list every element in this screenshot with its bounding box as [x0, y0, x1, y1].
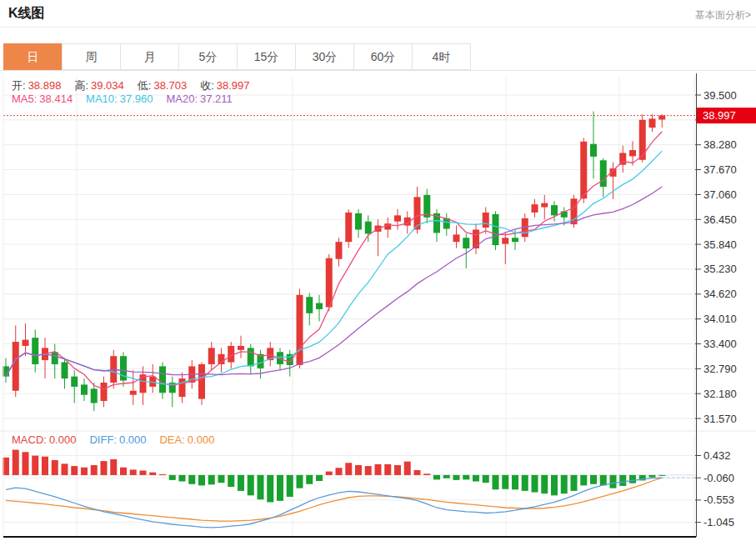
ma5-value: 38.414: [39, 93, 73, 105]
y-axis-label: 38.280: [703, 138, 737, 151]
ma10-value: 37.960: [120, 93, 153, 105]
low-value: 38.703: [153, 79, 187, 92]
candle-body: [629, 150, 636, 156]
macd-hist-bar: [541, 475, 548, 493]
y-axis-label: 34.010: [703, 313, 737, 325]
macd-hist-bar: [345, 463, 352, 475]
candle-body: [71, 377, 78, 387]
close-value: 38.997: [217, 79, 250, 92]
macd-hist-bar: [561, 475, 568, 493]
candle-body: [198, 364, 205, 399]
macd-hist-bar: [649, 475, 656, 478]
candle-body: [355, 213, 362, 230]
candle-body: [493, 214, 499, 245]
candle-body: [453, 234, 460, 242]
tab-period-4[interactable]: 15分: [237, 43, 296, 70]
close-label: 收:: [200, 79, 214, 92]
macd-axis-label: -0.553: [703, 493, 734, 506]
fundamental-analysis-link[interactable]: 基本面分析>: [695, 8, 751, 23]
macd-hist-bar: [32, 456, 38, 475]
candle-body: [297, 295, 303, 365]
candle-body: [228, 346, 234, 363]
ma-info-row: MA5:38.414MA10:37.960MA20:37.211: [12, 93, 246, 105]
macd-hist-bar: [610, 475, 617, 488]
tab-period-5[interactable]: 30分: [295, 43, 354, 70]
high-item: 高:39.034: [74, 79, 123, 92]
macd-hist-bar: [238, 475, 244, 491]
macd-hist-bar: [502, 475, 508, 489]
macd-hist-bar: [355, 465, 362, 475]
close-item: 收:38.997: [200, 79, 249, 92]
open-item: 开:38.898: [12, 79, 61, 92]
candle-body: [551, 205, 558, 215]
macd-hist-bar: [384, 464, 391, 475]
macd-hist-bar: [297, 475, 303, 488]
macd-hist-bar: [306, 475, 313, 484]
candle-body: [306, 297, 313, 313]
open-label: 开:: [12, 79, 26, 92]
macd-hist-bar: [512, 475, 518, 489]
macd-hist-bar: [71, 466, 78, 475]
macd-hist-bar: [159, 474, 166, 475]
macd-hist-bar: [140, 470, 147, 474]
macd-hist-bar: [404, 462, 411, 475]
period-tab-bar: 日周月5分15分30分60分4时: [4, 43, 471, 70]
macd-axis-label: -0.060: [703, 472, 734, 484]
tab-period-3[interactable]: 5分: [178, 43, 238, 70]
macd-hist-bar: [658, 475, 665, 476]
macd-hist-bar: [414, 470, 421, 475]
tab-period-7[interactable]: 4时: [412, 43, 471, 70]
diff-value: 0.000: [119, 433, 147, 446]
y-axis-label: 37.060: [703, 188, 737, 201]
macd-hist-bar: [149, 473, 156, 475]
candle-body: [101, 383, 108, 401]
tab-period-6[interactable]: 60分: [353, 43, 413, 70]
candle-body: [639, 120, 646, 160]
y-axis-label: 31.570: [703, 413, 737, 425]
tab-period-2[interactable]: 月: [120, 43, 179, 70]
ma10-item: MA10:37.960: [86, 93, 153, 105]
candle-body: [208, 348, 215, 364]
candle-body: [248, 348, 254, 366]
ma10-label: MA10:: [86, 93, 118, 105]
macd-hist-bar: [287, 475, 293, 497]
macd-info-row: MACD:0.000DIFF:0.000DEA:0.000: [12, 433, 228, 446]
candle-body: [130, 391, 137, 395]
high-value: 39.034: [91, 79, 124, 92]
diff-item: DIFF:0.000: [89, 433, 146, 446]
macd-hist-bar: [130, 469, 137, 475]
candle-body: [463, 238, 469, 248]
macd-hist-bar: [91, 465, 98, 475]
macd-hist-bar: [42, 457, 48, 475]
candle-body: [238, 346, 244, 350]
macd-hist-bar: [316, 475, 323, 481]
macd-hist-bar: [198, 475, 205, 485]
macd-hist-bar: [218, 475, 225, 483]
ma5-label: MA5:: [12, 93, 37, 105]
ma20-item: MA20:37.211: [166, 93, 232, 105]
kline-macd-chart: 39.50038.89038.28037.67037.06036.45035.8…: [0, 70, 756, 541]
candle-body: [159, 366, 166, 393]
candle-body: [23, 340, 29, 346]
macd-hist-bar: [228, 475, 234, 487]
ma20-value: 37.211: [200, 93, 233, 105]
macd-hist-bar: [433, 475, 440, 479]
y-axis-label: 32.790: [703, 363, 737, 375]
y-axis-label: 36.450: [703, 213, 737, 226]
tab-period-1[interactable]: 周: [62, 43, 121, 70]
candle-body: [483, 213, 489, 228]
macd-hist-bar: [120, 468, 127, 475]
tab-period-0[interactable]: 日: [3, 43, 63, 70]
macd-hist-bar: [110, 459, 117, 475]
candle-body: [316, 303, 323, 309]
candle-body: [179, 378, 186, 397]
macd-label: MACD:: [12, 433, 47, 446]
candle-body: [658, 116, 665, 120]
macd-hist-bar: [13, 450, 19, 475]
candle-body: [541, 203, 548, 208]
y-axis-label: 32.180: [703, 388, 737, 400]
candle-body: [532, 204, 538, 213]
macd-hist-bar: [423, 473, 430, 475]
candle-body: [512, 238, 518, 242]
title-divider: [0, 27, 756, 28]
